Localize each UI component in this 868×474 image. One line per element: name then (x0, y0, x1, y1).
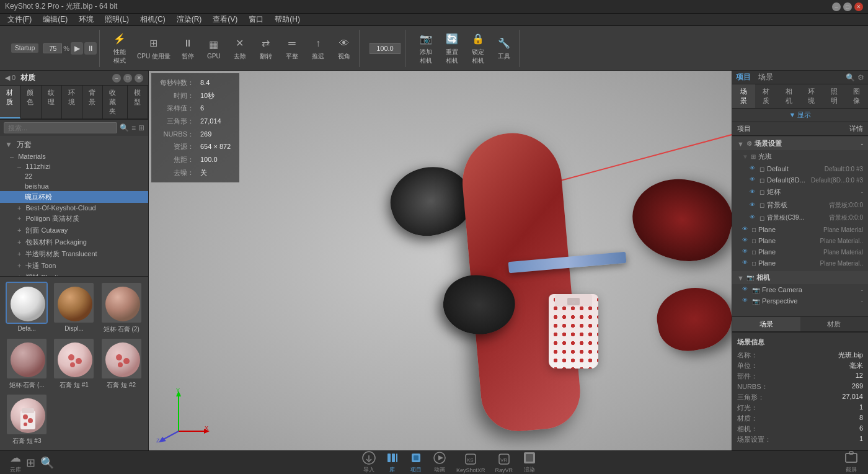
eye-plane4[interactable]: 👁 (742, 259, 750, 267)
close-button[interactable]: ✕ (854, 2, 863, 11)
toolbar-tools[interactable]: 🔧 工具 (492, 35, 516, 62)
eye-perspective[interactable]: 👁 (742, 297, 750, 305)
blob-midright[interactable] (652, 282, 732, 356)
tree-item-toon[interactable]: + 卡通 Toon (0, 260, 148, 272)
menu-file[interactable]: 文件(F) (2, 14, 37, 25)
toolbar-level[interactable]: ═ 平整 (280, 35, 304, 62)
toolbar-flip[interactable]: ⇄ 翻转 (254, 35, 278, 62)
keyshotxr-btn[interactable]: KS KeyShotXR (456, 452, 485, 473)
right-search-icon[interactable]: 🔍 (846, 73, 855, 82)
tree-item-poliigon[interactable]: + Poliigon 高清材质 (0, 213, 148, 225)
eye-plane3[interactable]: 👁 (742, 248, 750, 256)
toolbar-remove[interactable]: ✕ 去除 (228, 35, 252, 62)
blob-topright[interactable] (624, 168, 732, 272)
tree-item-beishua[interactable]: beishua (0, 181, 148, 191)
toolbar-startup[interactable]: Startup (7, 42, 42, 54)
toolbar-mode-performance[interactable]: ⚡ 性能模式 (107, 30, 132, 66)
eye-bgboard[interactable]: 👁 (750, 202, 757, 209)
viewport[interactable]: ○ 每秒钟数： 8.4 时间： 10秒 采样值： 6 (149, 71, 732, 450)
thumb-display[interactable]: Displ... (52, 282, 95, 334)
scene-perspective[interactable]: 👁 📷 Perspective - (732, 295, 868, 306)
menu-environment[interactable]: 环境 (74, 14, 99, 25)
tab-environment[interactable]: 环境 (62, 86, 82, 118)
eye-plane1[interactable]: 👁 (742, 226, 750, 233)
zoom-input[interactable] (43, 43, 62, 53)
thumb-plaster1[interactable]: 石膏 短 #1 (52, 338, 95, 390)
tree-item-wandou[interactable]: 碗豆杯粉 (0, 191, 148, 203)
scene-plane-1[interactable]: 👁 □ Plane Plane Material (732, 224, 868, 235)
scene-jvbei[interactable]: 👁 ◻ 矩杯 - (732, 186, 868, 199)
toolbar-view[interactable]: 👁 视角 (332, 35, 356, 62)
eye-toggle-guangban[interactable]: ▼ (742, 153, 748, 160)
grid-icon[interactable]: ⊞ (138, 123, 144, 132)
sub-tab-material[interactable]: 材质 (755, 84, 778, 108)
sub-tab-environment[interactable]: 环境 (800, 84, 823, 108)
thumb-plaster1-box[interactable] (53, 338, 95, 380)
sub-tab-scene[interactable]: 场景 (732, 84, 755, 108)
tab-material[interactable]: 材质 (0, 86, 20, 118)
thumb-plaster2-box[interactable] (100, 338, 143, 380)
thumb-stone2-box[interactable] (6, 338, 48, 380)
tree-item-22[interactable]: 22 (0, 171, 148, 181)
tree-item-translucent[interactable]: + 半透明材质 Translucent (0, 248, 148, 260)
toolbar-reset-camera[interactable]: 🔄 重置相机 (440, 30, 464, 66)
menu-lighting[interactable]: 照明(L) (100, 14, 134, 25)
rayvr-btn[interactable]: VR RayVR (495, 452, 513, 473)
screenshot-btn[interactable]: 截屏 (844, 451, 858, 474)
toolbar-gpu[interactable]: ▦ GPU (202, 35, 226, 61)
eye-default1[interactable]: 👁 (750, 165, 757, 172)
panel-min-btn[interactable]: – (112, 74, 121, 83)
cloud-library-btn[interactable]: ☁ 云库 (10, 451, 21, 474)
eye-bgboard2[interactable]: 👁 (750, 214, 757, 221)
scene-background-board2[interactable]: 👁 ◻ 背景板(C39... 背景板:0:0:0 (732, 212, 868, 224)
thumb-plaster3-box[interactable] (6, 393, 48, 436)
startup-dropdown[interactable]: Startup (11, 43, 38, 53)
tab-favorites[interactable]: 收藏夹 (103, 86, 127, 118)
sub-tab-image[interactable]: 图像 (846, 84, 869, 108)
scene-3d-canvas[interactable]: ○ 每秒钟数： 8.4 时间： 10秒 采样值： 6 (149, 71, 732, 450)
scene-default-2[interactable]: 👁 ◻ Default(8D... Default(8D...0:0 #3 (732, 174, 868, 186)
thumb-stone2[interactable]: 矩杯·石膏 (... (5, 338, 48, 390)
project-btn[interactable]: 项目 (409, 451, 423, 474)
toolbar-pause[interactable]: ⏸ 暂停 (175, 35, 200, 62)
menu-help[interactable]: 帮助(H) (270, 14, 305, 25)
sub-tab-camera[interactable]: 相机 (777, 84, 800, 108)
material-search-input[interactable] (4, 122, 117, 133)
animation-btn[interactable]: 动画 (433, 451, 446, 474)
scene-free-camera[interactable]: 👁 📷 Free Camera - (732, 284, 868, 295)
scene-default-1[interactable]: 👁 ◻ Default Default:0:0 #3 (732, 163, 868, 174)
thumb-default-box[interactable] (6, 282, 48, 324)
scene-plane-3[interactable]: 👁 □ Plane Plane Material (732, 246, 868, 257)
tab-color[interactable]: 颜色 (20, 86, 41, 118)
menu-render[interactable]: 渲染(R) (172, 14, 207, 25)
tree-item-cutaway[interactable]: + 剖面 Cutaway (0, 225, 148, 236)
tree-item-plastic[interactable]: + 塑料 Plastic (0, 272, 148, 276)
grid-btn[interactable]: ⊞ (26, 456, 35, 470)
thumb-stone1[interactable]: 矩杯·石膏 (2) (100, 282, 143, 334)
tree-item-best[interactable]: + Best-Of-Keyshot-Cloud (0, 203, 148, 213)
thumb-default[interactable]: Defa... (5, 282, 48, 334)
tab-texture[interactable]: 纹理 (42, 86, 62, 118)
panel-collapse-arrow[interactable]: ◀ 0 (5, 74, 16, 82)
right-btm-tab-scene[interactable]: 场景 (732, 317, 800, 331)
menu-camera[interactable]: 相机(C) (135, 14, 170, 25)
import-btn[interactable]: 导入 (362, 451, 376, 474)
scene-plane-4[interactable]: 👁 □ Plane Plane Material.. (732, 257, 868, 269)
right-settings-icon[interactable]: ⚙ (857, 73, 864, 82)
eye-plane2[interactable]: 👁 (742, 237, 750, 244)
toolbar-add-camera[interactable]: 📷 添加相机 (414, 30, 438, 66)
search-btn-bottom[interactable]: 🔍 (40, 456, 54, 470)
scene-background-board[interactable]: 👁 ◻ 背景板 背景板:0:0:0 (732, 199, 868, 212)
menu-view[interactable]: 查看(V) (208, 14, 242, 25)
search-icon[interactable]: 🔍 (120, 123, 129, 132)
tree-group-materials[interactable]: – Materials (0, 151, 148, 161)
right-tab-scene[interactable]: 场景 (758, 72, 773, 83)
camera-section-header[interactable]: ▼ 📷 相机 (732, 271, 868, 284)
right-btm-tab-material[interactable]: 材质 (800, 317, 869, 331)
tree-group-111zhizi[interactable]: – 111zhizi (0, 161, 148, 171)
play-button[interactable]: ▶ (71, 42, 83, 55)
toolbar-push[interactable]: ↑ 推迟 (306, 35, 330, 62)
thumb-plaster3[interactable]: 石膏 短 #3 (5, 393, 48, 445)
panel-close-btn[interactable]: ✕ (135, 74, 143, 83)
menu-window[interactable]: 窗口 (244, 14, 268, 25)
